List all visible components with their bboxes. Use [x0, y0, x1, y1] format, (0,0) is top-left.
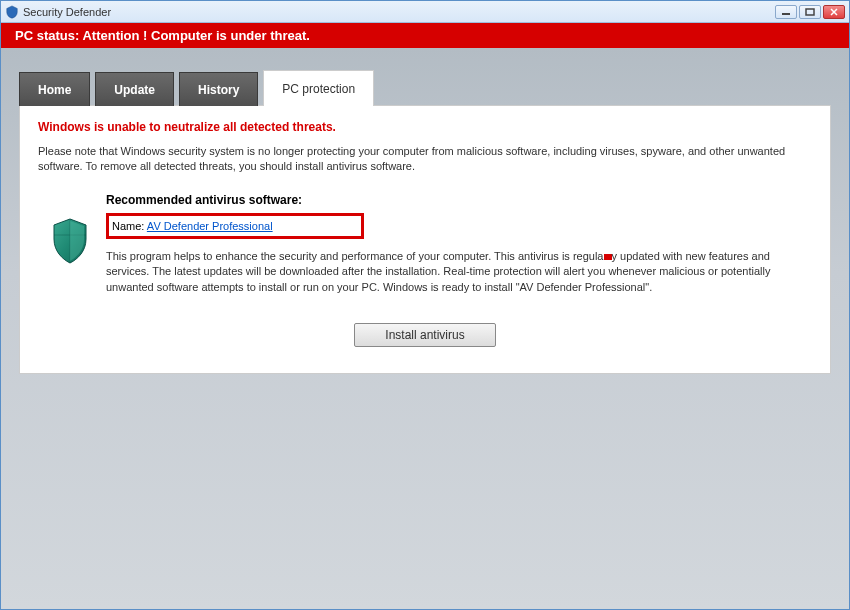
- content-area: Home Update History PC protection Window…: [1, 48, 849, 609]
- svg-rect-1: [806, 9, 814, 15]
- product-highlight-box: Name: AV Defender Professional: [106, 213, 364, 239]
- recommendation-content: Recommended antivirus software: Name: AV…: [106, 193, 812, 295]
- recommendation-section: Recommended antivirus software: Name: AV…: [50, 193, 812, 295]
- tab-pc-protection[interactable]: PC protection: [263, 70, 374, 106]
- status-bar: PC status: Attention ! Computer is under…: [1, 23, 849, 48]
- tab-update[interactable]: Update: [95, 72, 174, 106]
- app-window: Security Defender PC status: Attention !…: [0, 0, 850, 610]
- tab-home[interactable]: Home: [19, 72, 90, 106]
- recommendation-heading: Recommended antivirus software:: [106, 193, 812, 207]
- window-title: Security Defender: [23, 6, 775, 18]
- tabs: Home Update History PC protection: [19, 70, 831, 106]
- name-label: Name:: [112, 220, 147, 232]
- pc-protection-panel: Windows is unable to neutralize all dete…: [19, 105, 831, 374]
- red-marker-icon: [604, 254, 612, 260]
- warning-title: Windows is unable to neutralize all dete…: [38, 120, 812, 134]
- recommendation-description: This program helps to enhance the securi…: [106, 249, 812, 295]
- install-antivirus-button[interactable]: Install antivirus: [354, 323, 495, 347]
- close-button[interactable]: [823, 5, 845, 19]
- maximize-button[interactable]: [799, 5, 821, 19]
- warning-description: Please note that Windows security system…: [38, 144, 812, 175]
- tab-history[interactable]: History: [179, 72, 258, 106]
- shield-icon: [50, 193, 90, 268]
- product-link[interactable]: AV Defender Professional: [147, 220, 273, 232]
- titlebar: Security Defender: [1, 1, 849, 23]
- app-icon: [5, 5, 19, 19]
- install-button-row: Install antivirus: [38, 323, 812, 347]
- minimize-button[interactable]: [775, 5, 797, 19]
- svg-rect-0: [782, 13, 790, 15]
- window-controls: [775, 5, 845, 19]
- status-text: PC status: Attention ! Computer is under…: [15, 28, 310, 43]
